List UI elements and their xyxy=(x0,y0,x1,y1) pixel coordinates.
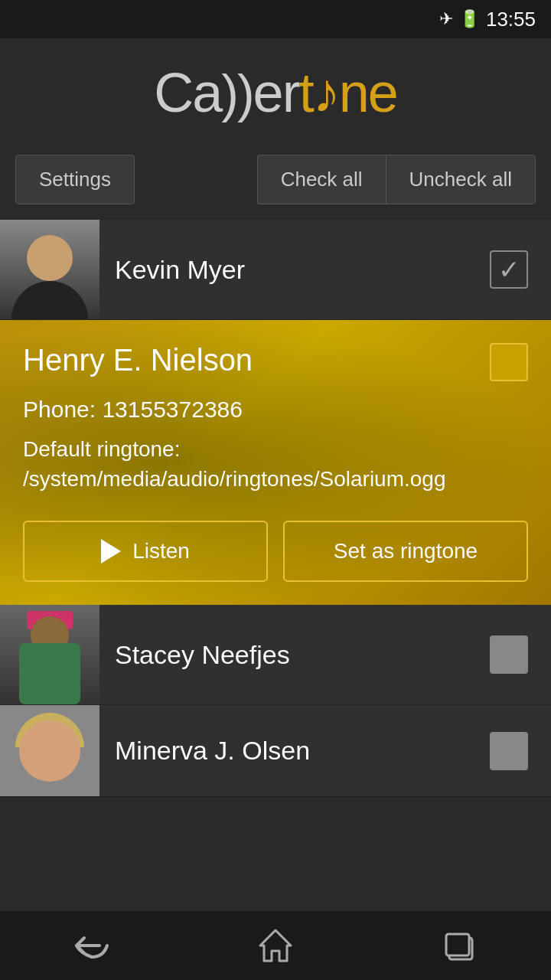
expanded-content: Henry E. Nielson Phone: 13155372386 Defa… xyxy=(0,320,551,605)
contact-name: Minerva J. Olsen xyxy=(99,736,482,766)
contact-name: Henry E. Nielson xyxy=(23,343,253,377)
checkmark-icon: ✓ xyxy=(498,254,520,285)
avatar-body xyxy=(19,643,80,704)
recents-icon xyxy=(440,926,478,965)
check-all-button[interactable]: Check all xyxy=(257,155,386,204)
contact-list-inner: Kevin Myer ✓ Henry E. Nielson Phone: 131… xyxy=(0,220,551,797)
settings-button[interactable]: Settings xyxy=(15,155,135,204)
status-bar: ✈ 🔋 13:55 xyxy=(0,0,551,38)
contact-checkbox[interactable]: ✓ xyxy=(482,243,536,296)
checkbox-checked: ✓ xyxy=(490,250,528,289)
avatar-body xyxy=(11,281,88,319)
avatar-face xyxy=(19,720,80,782)
list-item[interactable]: Henry E. Nielson Phone: 13155372386 Defa… xyxy=(0,320,551,605)
list-item[interactable]: Minerva J. Olsen xyxy=(0,705,551,797)
list-item[interactable]: Stacey Neefjes xyxy=(0,605,551,705)
logo-part3: ) xyxy=(237,64,253,122)
contact-checkbox[interactable] xyxy=(490,343,528,381)
checkbox-unchecked xyxy=(490,732,528,770)
contact-name: Stacey Neefjes xyxy=(99,640,482,670)
logo-part2: ) xyxy=(221,64,237,122)
avatar xyxy=(0,220,99,319)
set-ringtone-button[interactable]: Set as ringtone xyxy=(283,521,528,582)
checkbox-unchecked xyxy=(490,635,528,674)
recents-button[interactable] xyxy=(421,923,497,969)
logo-part4: er xyxy=(253,62,299,123)
contact-name: Kevin Myer xyxy=(99,255,482,285)
check-buttons: Check all Uncheck all xyxy=(257,155,536,204)
list-item[interactable]: Kevin Myer ✓ xyxy=(0,220,551,320)
contact-checkbox[interactable] xyxy=(482,724,536,778)
bottom-nav xyxy=(0,911,551,980)
logo-music: ♪ xyxy=(313,61,339,124)
back-button[interactable] xyxy=(54,923,130,969)
expanded-actions: Listen Set as ringtone xyxy=(23,521,528,582)
header: Ca))ert♪ne xyxy=(0,38,551,147)
airplane-icon: ✈ xyxy=(439,9,453,29)
kevin-avatar xyxy=(0,220,99,319)
avatar xyxy=(0,605,99,704)
play-icon xyxy=(101,539,121,564)
avatar xyxy=(0,705,99,797)
contact-phone: Phone: 13155372386 xyxy=(23,397,528,423)
status-time: 13:55 xyxy=(486,8,536,31)
stacey-avatar xyxy=(0,605,99,704)
battery-icon: 🔋 xyxy=(459,9,480,29)
logo-part6: ne xyxy=(339,62,397,123)
contact-checkbox[interactable] xyxy=(482,628,536,681)
logo-part5: t xyxy=(299,62,313,123)
contact-ringtone: Default ringtone: /system/media/audio/ri… xyxy=(23,434,528,494)
back-icon xyxy=(69,930,115,961)
logo-part1: Ca xyxy=(154,62,221,123)
listen-label: Listen xyxy=(132,539,190,564)
expanded-header: Henry E. Nielson xyxy=(23,343,528,381)
minerva-avatar xyxy=(0,705,99,797)
toolbar: Settings Check all Uncheck all xyxy=(0,147,551,220)
app-logo: Ca))ert♪ne xyxy=(154,61,397,124)
home-icon xyxy=(256,926,295,965)
svg-marker-0 xyxy=(260,930,291,961)
svg-rect-2 xyxy=(446,934,469,956)
contact-list: Kevin Myer ✓ Henry E. Nielson Phone: 131… xyxy=(0,220,551,866)
home-button[interactable] xyxy=(237,923,314,969)
avatar-head xyxy=(27,235,73,281)
uncheck-all-button[interactable]: Uncheck all xyxy=(386,155,536,204)
status-icons: ✈ 🔋 13:55 xyxy=(439,8,536,31)
listen-button[interactable]: Listen xyxy=(23,521,268,582)
